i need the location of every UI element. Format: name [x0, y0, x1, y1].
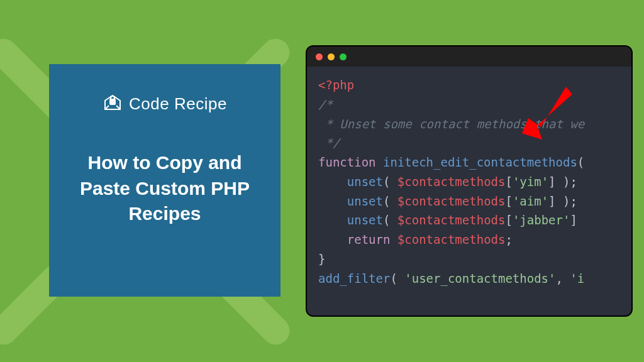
code-var: $contactmethods	[397, 233, 506, 246]
code-string: 'aim'	[513, 194, 548, 208]
info-card: Code Recipe How to Copy and Paste Custom…	[49, 64, 280, 297]
code-call: add_filter	[318, 272, 390, 285]
brand-name: Code Recipe	[129, 94, 227, 114]
code-comment: */	[318, 136, 340, 150]
lock-badge-icon	[103, 92, 123, 116]
code-comment: * Unset some contact methods that we	[318, 117, 584, 131]
code-var: $contactmethods	[397, 175, 506, 189]
code-call: unset	[347, 175, 383, 189]
code-call: unset	[347, 194, 383, 208]
code-token: <?php	[318, 78, 354, 92]
code-window: <?php /* * Unset some contact methods th…	[306, 45, 633, 317]
brand-row: Code Recipe	[69, 92, 260, 116]
close-icon	[316, 53, 323, 60]
code-call: unset	[347, 213, 383, 227]
code-block: <?php /* * Unset some contact methods th…	[307, 67, 631, 288]
code-comment: /*	[318, 97, 333, 111]
code-string: 'user_contactmethods'	[404, 272, 555, 285]
code-keyword: return	[347, 233, 391, 246]
code-string: 'yim'	[513, 175, 548, 189]
code-var: $contactmethods	[397, 213, 506, 227]
code-var: $contactmethods	[397, 194, 506, 208]
minimize-icon	[328, 53, 335, 60]
code-keyword: function	[318, 155, 376, 169]
code-fn-name: initech_edit_contactmethods	[383, 155, 577, 169]
svg-rect-0	[110, 99, 115, 104]
code-string: 'i	[570, 272, 584, 285]
zoom-icon	[340, 53, 347, 60]
card-title: How to Copy and Paste Custom PHP Recipes	[69, 150, 260, 227]
window-titlebar	[307, 47, 631, 67]
code-string: 'jabber'	[513, 213, 570, 227]
